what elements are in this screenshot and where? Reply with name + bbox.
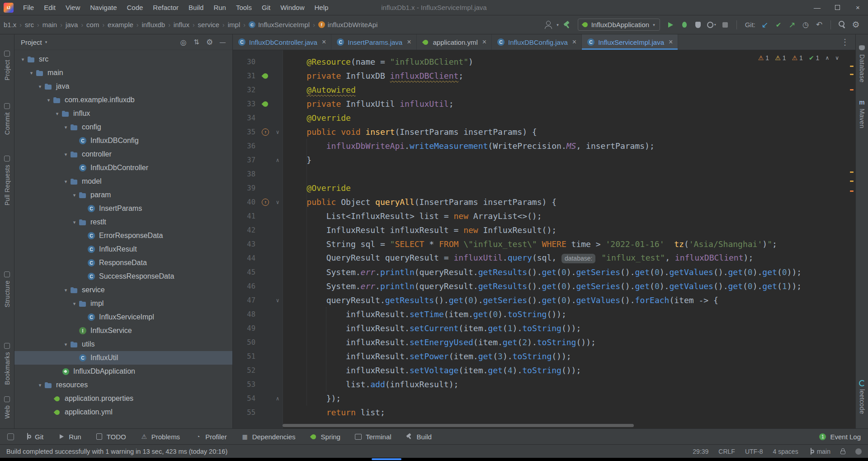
chevron-down-icon[interactable]: ▾	[62, 124, 70, 130]
commit-icon[interactable]	[772, 19, 785, 31]
chevron-down-icon[interactable]: ▾	[36, 84, 44, 90]
menu-item-view[interactable]: View	[61, 0, 85, 15]
tool-window-switcher-icon[interactable]	[7, 433, 14, 440]
user-icon[interactable]	[542, 19, 555, 31]
code-line-55[interactable]: 55 return list;	[233, 405, 849, 419]
locate-icon[interactable]	[177, 37, 189, 48]
breadcrumb-member[interactable]: f influxDbWriteApi	[317, 20, 379, 29]
chevron-down-icon[interactable]: ▾	[71, 219, 78, 225]
close-icon[interactable]: ×	[572, 38, 576, 46]
menu-item-edit[interactable]: Edit	[39, 0, 61, 15]
tree-item-influxutil[interactable]: InfluxUtil	[14, 351, 232, 365]
tree-item-param[interactable]: ▾param	[14, 188, 232, 202]
code-line-40[interactable]: 40∨ public Object queryAll(InsertParams …	[233, 195, 849, 209]
file-encoding[interactable]: UTF-8	[745, 448, 763, 455]
tool-window-button-leetcode[interactable]: leetcode	[856, 380, 868, 414]
push-icon[interactable]	[785, 19, 799, 31]
spring-bean-icon[interactable]	[258, 73, 273, 79]
inspection-ok[interactable]: ✔1	[809, 54, 820, 62]
history-icon[interactable]	[799, 19, 812, 31]
stop-icon[interactable]	[718, 19, 732, 31]
menu-item-run[interactable]: Run	[208, 0, 231, 15]
tree-item-influxresult[interactable]: InfluxResult	[14, 242, 232, 256]
tool-window-button-commit[interactable]: Commit	[0, 103, 14, 135]
tree-item-resources[interactable]: ▾resources	[14, 378, 232, 392]
inspection-profile-icon[interactable]	[855, 448, 862, 455]
code-line-49[interactable]: 49 influxResult.setCurrent(item.get(1).t…	[233, 321, 849, 335]
breadcrumb-impl[interactable]: impl	[227, 20, 241, 29]
menu-item-window[interactable]: Window	[275, 0, 309, 15]
breadcrumb-java[interactable]: java	[65, 20, 79, 29]
tree-item-model[interactable]: ▾model	[14, 175, 232, 188]
fold-marker-icon[interactable]: ∨	[273, 129, 283, 135]
menu-item-code[interactable]: Code	[122, 0, 148, 15]
tree-item-restlt[interactable]: ▾restlt	[14, 215, 232, 229]
collapse-icon[interactable]	[190, 37, 203, 48]
code-line-48[interactable]: 48 influxResult.setTime(item.get(0).toSt…	[233, 307, 849, 321]
code-line-39[interactable]: 39 @Override	[233, 181, 849, 195]
menu-item-build[interactable]: Build	[184, 0, 208, 15]
breadcrumb-service[interactable]: service	[197, 20, 221, 29]
code-line-50[interactable]: 50 influxResult.setEnergyUsed(item.get(2…	[233, 335, 849, 349]
override-method-icon[interactable]	[258, 199, 273, 206]
tab-influxdbconfig-java[interactable]: InfluxDBConfig.java×	[492, 34, 582, 50]
breadcrumb-b1-x[interactable]: b1.x	[3, 20, 17, 29]
menu-item-refactor[interactable]: Refactor	[148, 0, 184, 15]
coverage-icon[interactable]	[691, 19, 705, 31]
rollback-icon[interactable]	[812, 19, 826, 31]
fold-marker-icon[interactable]: ∨	[273, 199, 283, 205]
tool-window-button-dependencies[interactable]: Dependencies	[241, 433, 296, 441]
code-line-31[interactable]: 31 private InfluxDB influxDBClient;	[233, 69, 849, 83]
code-line-35[interactable]: 35∨ public void insert(InsertParams inse…	[233, 125, 849, 139]
tool-window-button-database[interactable]: Database	[856, 45, 868, 82]
code-line-34[interactable]: 34 @Override	[233, 111, 849, 125]
tab-influxdbcontroller-java[interactable]: InfluxDbController.java×	[233, 34, 331, 50]
code-line-43[interactable]: 43 String sql = "SELECT * FROM \"influx_…	[233, 237, 849, 251]
code-line-47[interactable]: 47∨ queryResult.getResults().get(0).getS…	[233, 293, 849, 307]
code-line-32[interactable]: 32 @Autowired	[233, 83, 849, 97]
tree-item-influxdbconfig[interactable]: InfluxDBConfig	[14, 134, 232, 147]
update-icon[interactable]	[758, 19, 772, 31]
tab-insertparams-java[interactable]: InsertParams.java×	[331, 34, 416, 50]
tool-window-button-todo[interactable]: TODO	[96, 433, 126, 441]
minimize-button[interactable]: —	[807, 0, 827, 15]
debug-icon[interactable]	[678, 19, 691, 31]
tool-window-button-maven[interactable]: Maven	[856, 100, 868, 128]
code-line-53[interactable]: 53 list.add(influxResult);	[233, 377, 849, 391]
tree-item-influxservice[interactable]: InfluxService	[14, 324, 232, 337]
tree-item-influxdbcontroller[interactable]: InfluxDbController	[14, 161, 232, 175]
chevron-down-icon[interactable]: ▾	[45, 40, 47, 44]
code-line-51[interactable]: 51 influxResult.setPower(item.get(3).toS…	[233, 349, 849, 363]
settings-icon[interactable]	[849, 19, 863, 31]
line-separator[interactable]: CRLF	[718, 448, 735, 455]
fold-marker-icon[interactable]: ∧	[273, 157, 283, 163]
tree-item-main[interactable]: ▾main	[14, 66, 232, 80]
lock-icon[interactable]	[840, 451, 845, 454]
tool-window-button-problems[interactable]: Problems	[141, 433, 180, 441]
fold-marker-icon[interactable]: ∨	[273, 297, 283, 304]
breadcrumb-com[interactable]: com	[85, 20, 100, 29]
tree-item-java[interactable]: ▾java	[14, 80, 232, 93]
tree-item-utils[interactable]: ▾utils	[14, 337, 232, 351]
tool-window-button-profiler[interactable]: Profiler	[194, 433, 227, 441]
chevron-down-icon[interactable]: ▾	[36, 382, 44, 388]
settings-icon[interactable]	[203, 37, 216, 48]
code-line-37[interactable]: 37∧ }	[233, 153, 849, 167]
menu-item-navigate[interactable]: Navigate	[85, 0, 122, 15]
chevron-down-icon[interactable]: ▾	[62, 152, 70, 157]
breadcrumb-main[interactable]: main	[42, 20, 58, 29]
tree-item-insertparams[interactable]: InsertParams	[14, 202, 232, 215]
chevron-down-icon[interactable]: ▾	[71, 192, 78, 198]
project-panel-title[interactable]: Project	[21, 38, 42, 46]
spring-bean-icon[interactable]	[258, 101, 273, 107]
prev-warning-icon[interactable]: ∧	[825, 55, 829, 61]
code-line-36[interactable]: 36 influxDbWriteApi.writeMeasurement(Wri…	[233, 139, 849, 153]
code-editor[interactable]: 30 @Resource(name = "influxDBClient")31 …	[233, 50, 855, 428]
tree-item-successresponsedata[interactable]: SuccessResponseData	[14, 270, 232, 283]
breadcrumb-influxdb[interactable]: influxdb	[141, 20, 166, 29]
tree-item-application-properties[interactable]: application.properties	[14, 392, 232, 405]
chevron-down-icon[interactable]: ▾	[28, 70, 35, 76]
inspection-warning[interactable]: ⚠1	[792, 54, 803, 62]
tool-window-button-bookmarks[interactable]: Bookmarks	[0, 343, 14, 385]
fold-marker-icon[interactable]: ∧	[273, 395, 283, 402]
